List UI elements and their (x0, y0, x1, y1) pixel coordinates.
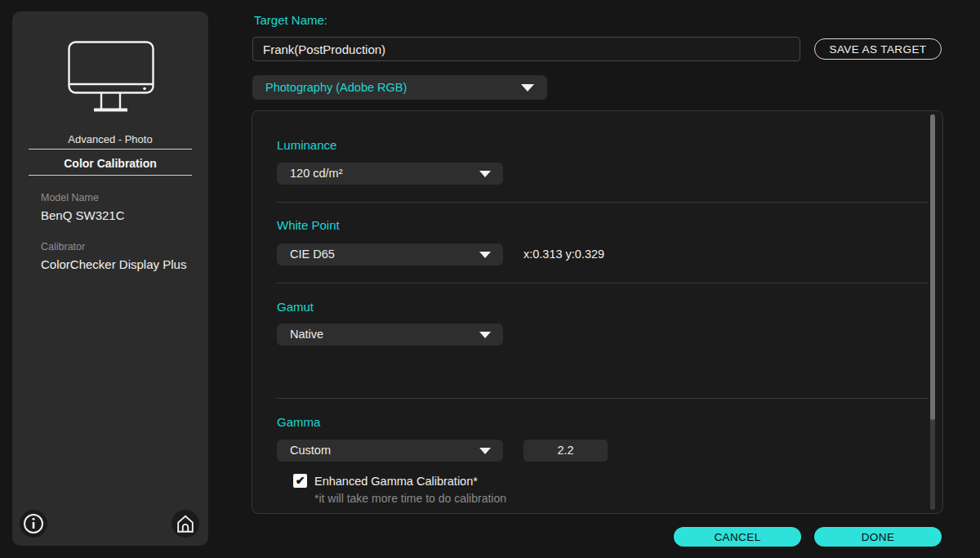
calibration-mode-label: Advanced - Photo (12, 133, 208, 145)
calibrator-label: Calibrator (41, 241, 85, 252)
home-icon (175, 513, 196, 534)
cancel-button[interactable]: CANCEL (674, 527, 801, 547)
sidebar: Advanced - Photo Color Calibration Model… (12, 11, 208, 546)
gamut-dropdown[interactable]: Native (277, 324, 503, 346)
white-point-value: CIE D65 (290, 248, 335, 261)
luminance-value: 120 cd/m² (290, 167, 342, 180)
page-title: Color Calibration (12, 157, 208, 170)
calibration-settings-panel: Luminance 120 cd/m² White Point CIE D65 … (252, 110, 943, 514)
white-point-dropdown[interactable]: CIE D65 (277, 243, 503, 266)
gamma-heading: Gamma (277, 415, 320, 429)
gamut-heading: Gamut (277, 300, 314, 314)
model-name-label: Model Name (41, 192, 99, 203)
chevron-down-icon (479, 252, 491, 258)
luminance-dropdown[interactable]: 120 cd/m² (277, 163, 503, 185)
profile-dropdown[interactable]: Photography (Adobe RGB) (252, 75, 547, 100)
white-point-coordinates: x:0.313 y:0.329 (523, 248, 604, 261)
calibrator-value: ColorChecker Display Plus (41, 257, 186, 271)
save-as-target-button[interactable]: SAVE AS TARGET (814, 38, 942, 60)
scrollbar-thumb[interactable] (930, 114, 935, 420)
gamma-dropdown[interactable]: Custom (277, 440, 503, 462)
enhanced-gamma-checkbox[interactable] (293, 474, 307, 488)
divider (29, 175, 192, 176)
chevron-down-icon (479, 171, 491, 177)
enhanced-gamma-note: *it will take more time to do calibratio… (314, 492, 506, 505)
home-button[interactable] (172, 510, 199, 538)
monitor-icon (68, 41, 154, 113)
gamma-custom-value[interactable]: 2.2 (523, 440, 608, 462)
info-icon (23, 513, 44, 534)
luminance-heading: Luminance (277, 138, 336, 152)
model-name-value: BenQ SW321C (41, 208, 125, 222)
chevron-down-icon (479, 448, 491, 454)
enhanced-gamma-label: Enhanced Gamma Calibration* (314, 474, 478, 488)
gamma-value: Custom (290, 444, 331, 457)
profile-dropdown-value: Photography (Adobe RGB) (265, 81, 407, 94)
chevron-down-icon (521, 84, 534, 92)
color-calibration-window: Advanced - Photo Color Calibration Model… (0, 0, 980, 558)
chevron-down-icon (479, 332, 491, 338)
divider (277, 202, 928, 203)
info-button[interactable] (20, 510, 47, 538)
white-point-heading: White Point (277, 218, 340, 232)
divider (277, 398, 928, 399)
target-name-input[interactable] (252, 37, 800, 61)
done-button[interactable]: DONE (814, 527, 942, 547)
target-name-label: Target Name: (254, 13, 327, 27)
divider (29, 149, 192, 150)
enhanced-gamma-row: Enhanced Gamma Calibration* (293, 474, 478, 488)
gamut-value: Native (290, 328, 323, 341)
scrollbar[interactable] (930, 114, 935, 510)
divider (277, 283, 928, 283)
